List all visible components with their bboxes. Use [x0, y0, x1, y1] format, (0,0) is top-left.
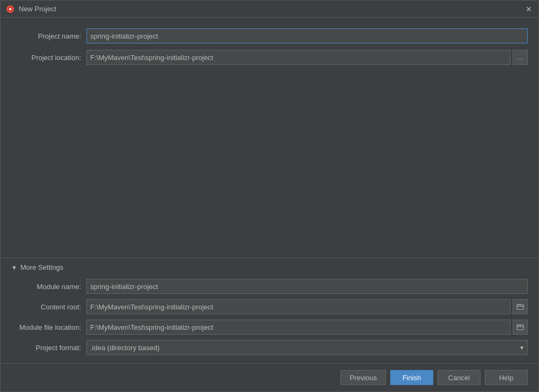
- finish-button[interactable]: Finish: [390, 370, 433, 385]
- cancel-button[interactable]: Cancel: [438, 370, 480, 385]
- project-location-input-group: ...: [86, 50, 528, 65]
- project-format-select-wrapper: .idea (directory based) .ipr (file based…: [86, 340, 528, 355]
- title-bar-left: New Project: [6, 5, 56, 13]
- project-format-row: Project format: .idea (directory based) …: [11, 340, 528, 355]
- main-content: Project name: Project location: ...: [1, 18, 538, 257]
- title-bar: New Project ✕: [1, 1, 538, 18]
- module-file-location-input-group: [86, 320, 528, 335]
- project-name-row: Project name:: [11, 28, 528, 43]
- more-settings-label: More Settings: [20, 263, 63, 271]
- app-icon: [6, 5, 14, 13]
- close-button[interactable]: ✕: [525, 5, 533, 13]
- more-settings-form: Module name: Content root:: [11, 279, 528, 355]
- project-format-label: Project format:: [11, 344, 81, 352]
- more-settings-header[interactable]: ▼ More Settings: [11, 263, 528, 271]
- project-location-label: Project location:: [11, 54, 81, 62]
- new-project-dialog: New Project ✕ Project name: Project loca…: [0, 0, 539, 392]
- project-name-input[interactable]: [86, 28, 528, 43]
- content-root-input[interactable]: [86, 299, 511, 314]
- module-file-location-row: Module file location:: [11, 320, 528, 335]
- module-name-label: Module name:: [11, 283, 81, 291]
- content-root-browse-button[interactable]: [513, 299, 528, 314]
- svg-point-2: [9, 8, 11, 10]
- window-title: New Project: [19, 5, 56, 13]
- content-root-label: Content root:: [11, 303, 81, 311]
- previous-button[interactable]: Previous: [340, 370, 386, 385]
- module-file-location-input[interactable]: [86, 320, 511, 335]
- content-root-row: Content root:: [11, 299, 528, 314]
- footer: Previous Finish Cancel Help: [1, 363, 538, 391]
- more-settings-chevron-icon: ▼: [11, 264, 17, 271]
- project-format-select[interactable]: .idea (directory based) .ipr (file based…: [86, 340, 528, 355]
- module-file-location-browse-button[interactable]: [513, 320, 528, 335]
- project-location-browse-button[interactable]: ...: [513, 50, 528, 65]
- module-file-location-label: Module file location:: [11, 323, 81, 331]
- help-button[interactable]: Help: [485, 370, 528, 385]
- content-root-input-group: [86, 299, 528, 314]
- module-name-input[interactable]: [86, 279, 528, 294]
- project-location-row: Project location: ...: [11, 50, 528, 65]
- module-name-row: Module name:: [11, 279, 528, 294]
- project-name-label: Project name:: [11, 32, 81, 40]
- content-spacer: [11, 71, 528, 257]
- project-location-input[interactable]: [86, 50, 511, 65]
- more-settings-section: ▼ More Settings Module name: Content roo…: [1, 257, 538, 363]
